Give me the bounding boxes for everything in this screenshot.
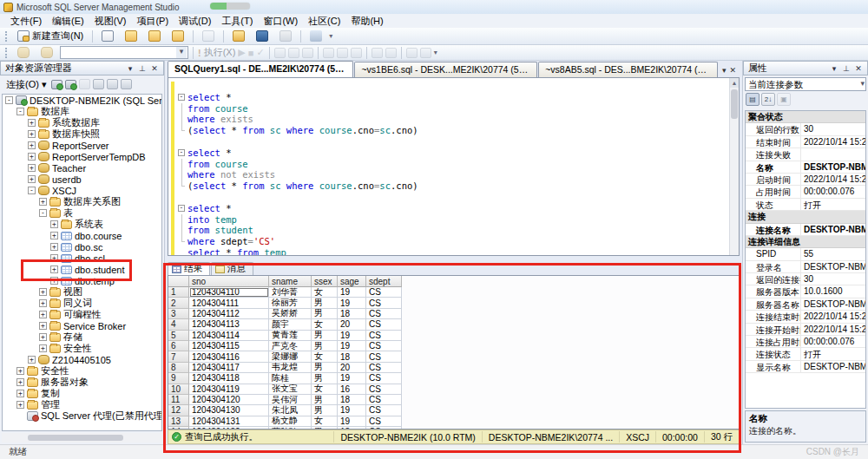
data-cell[interactable]: 1204304113: [189, 319, 269, 330]
fold-collapse-icon[interactable]: -: [178, 205, 185, 212]
tree-item-22[interactable]: +安全性: [3, 343, 161, 354]
data-cell[interactable]: 19: [338, 298, 366, 308]
expand-icon[interactable]: +: [28, 356, 36, 364]
compact-query-button[interactable]: [168, 29, 188, 43]
outdent-button[interactable]: [420, 48, 431, 58]
collapse-icon[interactable]: -: [16, 108, 24, 115]
row-number-cell[interactable]: 9: [168, 373, 189, 384]
property-row[interactable]: 连接结束时间2022/10/14 15:29:37: [746, 311, 865, 323]
data-cell[interactable]: CS: [366, 405, 402, 416]
indent-button[interactable]: [406, 48, 418, 58]
data-cell[interactable]: 女: [312, 416, 338, 427]
expand-icon[interactable]: +: [28, 153, 36, 161]
analysis-query-button[interactable]: [144, 29, 165, 43]
comment-button[interactable]: [372, 48, 383, 58]
data-cell[interactable]: 男: [312, 363, 338, 373]
expand-icon[interactable]: +: [39, 333, 47, 341]
data-cell[interactable]: CS: [366, 298, 402, 308]
data-cell[interactable]: 19: [338, 341, 366, 351]
stop-icon[interactable]: ■: [248, 48, 254, 58]
expand-icon[interactable]: +: [50, 254, 58, 262]
data-cell[interactable]: 19: [338, 405, 366, 416]
row-number-cell[interactable]: 2: [168, 298, 189, 308]
row-number-cell[interactable]: 8: [168, 363, 189, 373]
scroll-up-icon[interactable]: ▲: [730, 78, 739, 88]
debug-play-icon[interactable]: ▶: [238, 47, 245, 58]
active-files-chevron-icon[interactable]: ▾: [722, 66, 727, 75]
panel-menu-chevron-icon[interactable]: ▾: [124, 64, 136, 73]
expand-icon[interactable]: +: [16, 390, 24, 397]
property-row[interactable]: 状态打开: [746, 199, 865, 211]
property-row[interactable]: 显示名称DESKTOP-NBME2IK: [746, 361, 865, 373]
expand-icon[interactable]: +: [39, 322, 47, 330]
data-cell[interactable]: 16: [338, 384, 366, 395]
data-cell[interactable]: 女: [312, 351, 338, 362]
tree-item-7[interactable]: +userdb: [3, 174, 161, 185]
expand-icon[interactable]: +: [50, 243, 58, 251]
close-icon[interactable]: ✕: [852, 64, 865, 73]
data-cell[interactable]: CS: [366, 373, 402, 384]
data-cell[interactable]: 梁娜娜: [269, 351, 312, 362]
expand-icon[interactable]: +: [39, 288, 47, 296]
tree-item-0[interactable]: -DESKTOP-NBME2IK (SQL Server 10.0.160: [3, 95, 161, 106]
expand-icon[interactable]: +: [39, 344, 47, 352]
data-cell[interactable]: CS: [366, 416, 402, 427]
data-cell[interactable]: 颜宇: [269, 319, 312, 330]
expand-icon[interactable]: +: [28, 175, 36, 183]
data-cell[interactable]: CS: [366, 319, 402, 330]
property-row[interactable]: 名称DESKTOP-NBME2IK: [746, 161, 865, 174]
data-cell[interactable]: 20: [338, 319, 366, 330]
data-cell[interactable]: 1204304131: [189, 416, 269, 427]
pin-icon[interactable]: ⊥: [136, 64, 148, 73]
tree-item-4[interactable]: +ReportServer: [3, 140, 161, 151]
property-row[interactable]: 结束时间2022/10/14 15:29:37: [746, 136, 865, 148]
results-to-grid-button[interactable]: [337, 48, 348, 58]
data-cell[interactable]: 19: [338, 331, 366, 341]
data-cell[interactable]: 女: [312, 287, 338, 298]
data-cell[interactable]: 严克冬: [269, 341, 312, 351]
data-cell[interactable]: 1204304130: [189, 405, 269, 416]
filter-icon[interactable]: [93, 79, 104, 89]
row-number-cell[interactable]: 1: [168, 287, 189, 298]
toolbar-grip[interactable]: [5, 31, 9, 42]
scrollbar-thumb[interactable]: [28, 435, 123, 441]
tree-horizontal-scrollbar[interactable]: [2, 433, 162, 443]
menu-item-8[interactable]: 帮助(H): [345, 14, 388, 29]
property-row[interactable]: 占用时间00:00:00.076: [746, 186, 865, 198]
results-to-file-button[interactable]: [351, 48, 362, 58]
fold-margin[interactable]: -: [176, 92, 187, 103]
expand-icon[interactable]: +: [50, 266, 58, 273]
property-row[interactable]: 服务器版本10.0.1600: [746, 285, 865, 298]
tree-item-15[interactable]: +dbo.student: [3, 264, 161, 275]
database-engine-query-button[interactable]: [121, 29, 141, 43]
fold-collapse-icon[interactable]: -: [178, 149, 185, 156]
data-cell[interactable]: CS: [366, 309, 402, 319]
data-cell[interactable]: 男: [312, 309, 338, 319]
menu-item-3[interactable]: 项目(P): [131, 14, 174, 29]
data-cell[interactable]: 男: [312, 331, 338, 341]
menu-item-4[interactable]: 调试(D): [174, 14, 216, 29]
toolbar-overflow[interactable]: ▾: [329, 32, 332, 40]
data-cell[interactable]: 1204304118: [189, 373, 269, 384]
scrollbar-thumb[interactable]: [731, 89, 738, 119]
panel-menu-chevron-icon[interactable]: ▾: [828, 64, 840, 73]
row-number-cell[interactable]: 10: [168, 384, 189, 395]
property-row[interactable]: 返回的行数30: [746, 123, 865, 135]
property-row[interactable]: 连接开始时间2022/10/14 15:29:37: [746, 324, 865, 336]
pin-icon[interactable]: ⊥: [840, 64, 852, 73]
data-cell[interactable]: 男: [312, 395, 338, 405]
data-cell[interactable]: 1204304112: [189, 309, 269, 319]
execute-button[interactable]: 执行(X): [204, 46, 236, 59]
document-tab-2[interactable]: ~vs8AB5.sql - DES...BME2IK\20774 (52)): [538, 62, 718, 77]
data-cell[interactable]: 1204304114: [189, 331, 269, 341]
close-document-icon[interactable]: ✕: [729, 66, 736, 75]
property-row[interactable]: SPID55: [746, 248, 865, 260]
row-number-cell[interactable]: 3: [168, 309, 189, 319]
script-icon[interactable]: [121, 79, 132, 89]
expand-icon[interactable]: +: [50, 232, 58, 239]
show-estimated-plan-button[interactable]: [274, 48, 286, 58]
copy-button[interactable]: [198, 29, 219, 43]
data-cell[interactable]: 男: [312, 298, 338, 308]
properties-object-selector[interactable]: 当前连接参数: [745, 77, 866, 91]
row-number-cell[interactable]: 4: [168, 319, 189, 330]
